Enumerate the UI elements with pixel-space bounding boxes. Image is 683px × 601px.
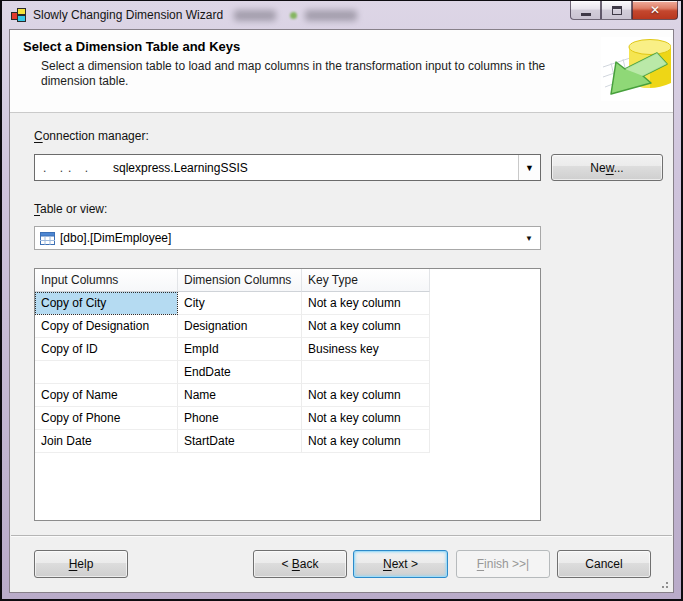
- next-button-label: Next >: [383, 557, 418, 571]
- maximize-button[interactable]: [601, 1, 632, 20]
- slowly-changing-dimension-wizard-window: { "window": { "title": "Slowly Changing …: [0, 0, 683, 601]
- table-row[interactable]: EndDate: [35, 361, 540, 384]
- redacted-text-blur: [305, 10, 357, 21]
- chevron-down-icon: ▼: [525, 163, 534, 173]
- back-button[interactable]: < Back: [253, 550, 347, 578]
- cell-input-column[interactable]: Copy of Phone: [35, 407, 178, 430]
- cancel-button[interactable]: Cancel: [557, 550, 651, 578]
- redacted-text-blur: [234, 10, 276, 21]
- cell-key-type[interactable]: Not a key column: [302, 315, 430, 338]
- table-icon: [40, 232, 55, 245]
- column-header-dimension-columns[interactable]: Dimension Columns: [178, 269, 302, 292]
- new-connection-button[interactable]: New...: [551, 154, 663, 181]
- connection-manager-value: sqlexpress.LearningSSIS: [113, 161, 248, 175]
- table-or-view-label: Table or view:: [34, 202, 107, 216]
- cell-key-type[interactable]: Not a key column: [302, 407, 430, 430]
- list-header-row: Input Columns Dimension Columns Key Type: [35, 269, 540, 292]
- window-controls: ✕: [570, 1, 678, 20]
- cell-key-type[interactable]: [302, 361, 430, 384]
- close-button[interactable]: ✕: [632, 1, 678, 20]
- cell-dimension-column[interactable]: StartDate: [178, 430, 302, 453]
- connection-manager-combobox[interactable]: . .. . sqlexpress.LearningSSIS ▼: [34, 154, 541, 181]
- page-title: Select a Dimension Table and Keys: [23, 39, 240, 54]
- window-title: Slowly Changing Dimension Wizard: [33, 8, 223, 22]
- cell-input-column[interactable]: Join Date: [35, 430, 178, 453]
- cancel-button-label: Cancel: [585, 557, 622, 571]
- cell-input-column[interactable]: Copy of ID: [35, 338, 178, 361]
- table-row[interactable]: Copy of Designation Designation Not a ke…: [35, 315, 540, 338]
- cell-dimension-column[interactable]: Name: [178, 384, 302, 407]
- table-row[interactable]: Copy of ID EmpId Business key: [35, 338, 540, 361]
- help-button-label: Help: [69, 557, 94, 571]
- next-button[interactable]: Next >: [353, 550, 448, 578]
- maximize-icon: [612, 6, 622, 15]
- dimension-table-icon: [601, 37, 671, 101]
- column-header-key-type[interactable]: Key Type: [302, 269, 430, 292]
- cell-key-type[interactable]: Business key: [302, 338, 430, 361]
- cell-key-type[interactable]: Not a key column: [302, 430, 430, 453]
- table-or-view-value: [dbo].[DimEmployee]: [60, 231, 171, 245]
- cell-dimension-column[interactable]: EmpId: [178, 338, 302, 361]
- close-icon: ✕: [650, 4, 660, 16]
- cell-dimension-column[interactable]: Designation: [178, 315, 302, 338]
- new-button-label: New...: [590, 161, 623, 175]
- cell-dimension-column[interactable]: EndDate: [178, 361, 302, 384]
- back-button-label: < Back: [281, 557, 318, 571]
- redacted-server-name: . .. .: [43, 161, 93, 175]
- redacted-green-dot: [290, 12, 297, 19]
- cell-input-column[interactable]: Copy of Name: [35, 384, 178, 407]
- minimize-icon: [581, 13, 591, 16]
- app-icon: [11, 7, 27, 23]
- page-description: Select a dimension table to load and map…: [41, 59, 586, 89]
- column-mapping-list: Input Columns Dimension Columns Key Type…: [34, 268, 541, 521]
- help-button[interactable]: Help: [34, 550, 128, 578]
- footer-divider: [11, 535, 672, 537]
- cell-input-column[interactable]: Copy of Designation: [35, 315, 178, 338]
- minimize-button[interactable]: [570, 1, 601, 20]
- connection-manager-label: Connection manager:: [34, 129, 149, 143]
- dropdown-arrow-button[interactable]: ▼: [518, 155, 540, 180]
- resize-grip[interactable]: [657, 577, 669, 589]
- cell-input-column[interactable]: Copy of City: [35, 292, 178, 315]
- cell-input-column[interactable]: [35, 361, 178, 384]
- table-or-view-combobox[interactable]: [dbo].[DimEmployee] ▼: [34, 226, 541, 250]
- cell-dimension-column[interactable]: City: [178, 292, 302, 315]
- table-row[interactable]: Copy of Phone Phone Not a key column: [35, 407, 540, 430]
- cell-dimension-column[interactable]: Phone: [178, 407, 302, 430]
- table-row[interactable]: Copy of City City Not a key column: [35, 292, 540, 315]
- column-header-input-columns[interactable]: Input Columns: [35, 269, 178, 292]
- table-row[interactable]: Join Date StartDate Not a key column: [35, 430, 540, 453]
- wizard-dialog: Select a Dimension Table and Keys Select…: [9, 29, 674, 593]
- finish-button-label: Finish >>|: [477, 557, 530, 571]
- wizard-header: Select a Dimension Table and Keys Select…: [10, 30, 673, 113]
- table-row[interactable]: Copy of Name Name Not a key column: [35, 384, 540, 407]
- cell-key-type[interactable]: Not a key column: [302, 292, 430, 315]
- finish-button: Finish >>|: [456, 550, 550, 578]
- window-frame: Slowly Changing Dimension Wizard ✕ Selec…: [2, 1, 681, 599]
- chevron-down-icon[interactable]: ▼: [525, 234, 533, 243]
- cell-key-type[interactable]: Not a key column: [302, 384, 430, 407]
